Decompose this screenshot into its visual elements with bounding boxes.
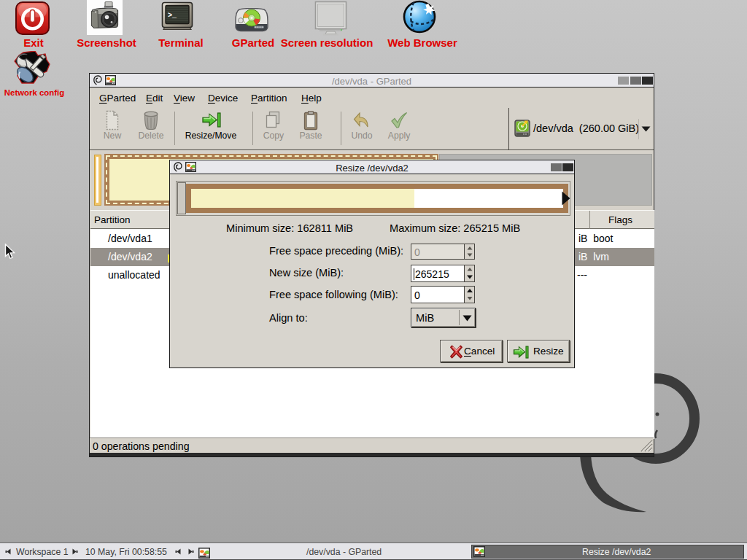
svg-text:>_: >_	[168, 12, 177, 20]
